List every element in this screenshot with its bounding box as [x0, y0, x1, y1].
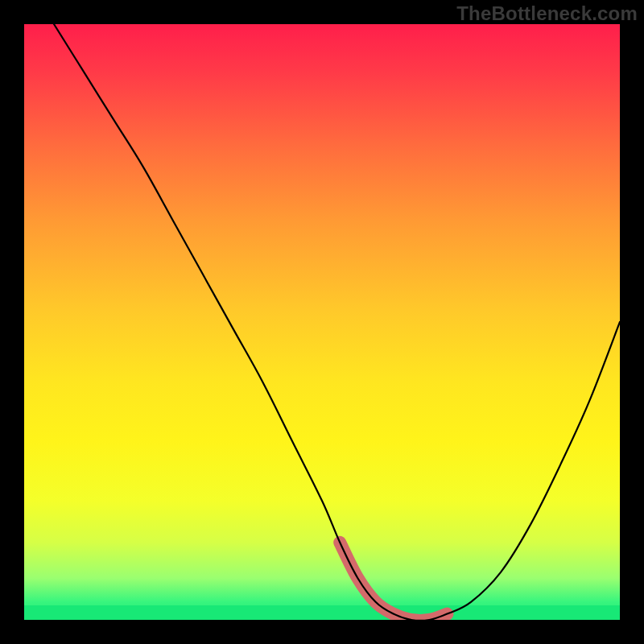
curve-path [54, 24, 620, 620]
plot-area [24, 24, 620, 620]
chart-stage: TheBottleneck.com [0, 0, 644, 644]
watermark-text: TheBottleneck.com [456, 2, 638, 25]
bottleneck-curve [24, 24, 620, 620]
highlight-segment [340, 543, 447, 620]
